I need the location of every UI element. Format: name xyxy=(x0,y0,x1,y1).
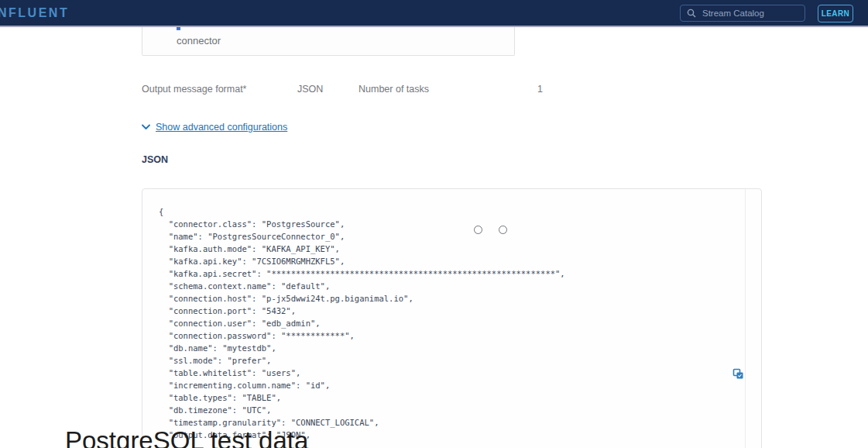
output-format-value: JSON xyxy=(297,84,323,95)
output-format-label: Output message format* xyxy=(142,84,246,95)
learn-button[interactable]: LEARN xyxy=(818,5,853,22)
top-navbar: NFLUENT LEARN xyxy=(0,0,868,27)
stream-catalog-search[interactable] xyxy=(680,5,805,22)
radio-circle-1[interactable] xyxy=(474,226,482,234)
radio-circle-2[interactable] xyxy=(499,226,507,234)
tasks-label: Number of tasks xyxy=(359,84,429,95)
json-section-heading: JSON xyxy=(142,154,168,165)
bottom-caption: PostgreSQL test data xyxy=(65,428,308,448)
confluent-logo: NFLUENT xyxy=(0,6,69,20)
search-input[interactable] xyxy=(701,8,793,19)
connector-card-accent xyxy=(177,27,180,30)
tasks-value: 1 xyxy=(537,84,543,95)
connector-card-label: connector xyxy=(177,35,221,47)
search-icon xyxy=(687,9,696,18)
json-config-codeblock: { "connector.class": "PostgresSource", "… xyxy=(142,188,762,448)
copy-icon[interactable] xyxy=(732,368,744,381)
codeblock-scroll-edge xyxy=(745,189,746,448)
show-advanced-configurations-link[interactable]: Show advanced configurations xyxy=(142,122,287,133)
json-config-text: { "connector.class": "PostgresSource", "… xyxy=(142,189,761,441)
chevron-down-icon xyxy=(142,124,150,130)
advanced-link-label: Show advanced configurations xyxy=(156,122,287,133)
